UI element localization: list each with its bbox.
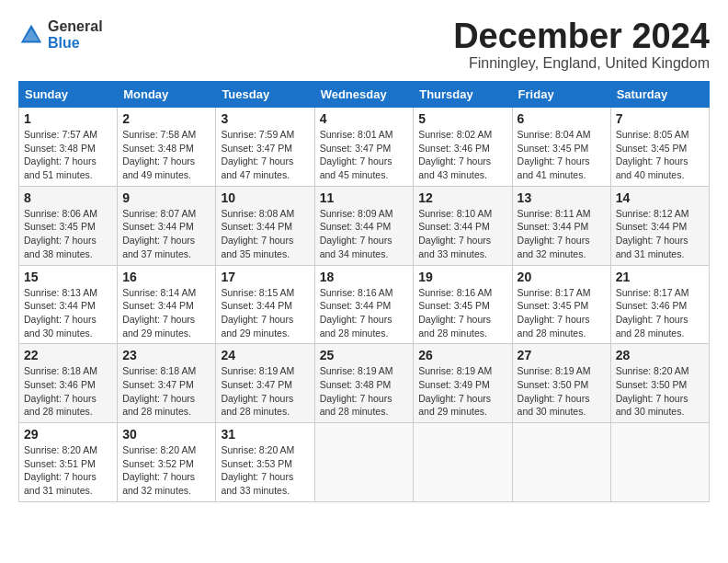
day-detail: Sunrise: 8:19 AMSunset: 3:47 PMDaylight:… xyxy=(221,364,309,419)
day-number: 13 xyxy=(518,190,606,205)
calendar-table: SundayMondayTuesdayWednesdayThursdayFrid… xyxy=(18,81,710,502)
calendar-cell: 12Sunrise: 8:10 AMSunset: 3:44 PMDayligh… xyxy=(414,186,512,265)
calendar-cell: 13Sunrise: 8:11 AMSunset: 3:44 PMDayligh… xyxy=(512,186,610,265)
calendar-cell: 22Sunrise: 8:18 AMSunset: 3:46 PMDayligh… xyxy=(19,344,118,423)
day-detail: Sunrise: 8:15 AMSunset: 3:44 PMDaylight:… xyxy=(221,286,309,340)
day-detail: Sunrise: 8:19 AMSunset: 3:50 PMDaylight:… xyxy=(518,364,606,419)
day-detail: Sunrise: 8:20 AMSunset: 3:53 PMDaylight:… xyxy=(221,443,309,498)
day-detail: Sunrise: 8:07 AMSunset: 3:44 PMDaylight:… xyxy=(122,207,210,261)
logo-general-text: General xyxy=(48,18,103,35)
day-number: 18 xyxy=(320,270,409,284)
day-number: 19 xyxy=(418,270,506,284)
day-number: 4 xyxy=(320,111,409,126)
day-number: 16 xyxy=(122,270,210,284)
day-detail: Sunrise: 8:20 AMSunset: 3:50 PMDaylight:… xyxy=(616,364,704,419)
calendar-cell: 5Sunrise: 8:02 AMSunset: 3:46 PMDaylight… xyxy=(414,108,512,187)
calendar-cell: 24Sunrise: 8:19 AMSunset: 3:47 PMDayligh… xyxy=(216,344,314,423)
day-detail: Sunrise: 8:19 AMSunset: 3:49 PMDaylight:… xyxy=(418,364,506,419)
calendar-cell: 6Sunrise: 8:04 AMSunset: 3:45 PMDaylight… xyxy=(512,108,610,187)
calendar-cell: 29Sunrise: 8:20 AMSunset: 3:51 PMDayligh… xyxy=(19,423,118,502)
day-detail: Sunrise: 8:04 AMSunset: 3:45 PMDaylight:… xyxy=(518,128,606,182)
day-number: 23 xyxy=(122,348,210,362)
day-number: 30 xyxy=(122,427,210,442)
calendar-cell xyxy=(610,423,709,502)
day-detail: Sunrise: 8:02 AMSunset: 3:46 PMDaylight:… xyxy=(418,128,506,182)
day-detail: Sunrise: 7:57 AMSunset: 3:48 PMDaylight:… xyxy=(24,128,112,182)
day-header-monday: Monday xyxy=(118,82,216,108)
week-row-1: 1Sunrise: 7:57 AMSunset: 3:48 PMDaylight… xyxy=(19,108,710,187)
calendar-cell: 17Sunrise: 8:15 AMSunset: 3:44 PMDayligh… xyxy=(216,265,314,344)
day-number: 3 xyxy=(221,111,309,126)
calendar-cell: 2Sunrise: 7:58 AMSunset: 3:48 PMDaylight… xyxy=(118,108,216,187)
day-detail: Sunrise: 8:09 AMSunset: 3:44 PMDaylight:… xyxy=(320,207,409,261)
week-row-2: 8Sunrise: 8:06 AMSunset: 3:45 PMDaylight… xyxy=(19,186,710,265)
day-detail: Sunrise: 8:08 AMSunset: 3:44 PMDaylight:… xyxy=(221,207,309,261)
day-detail: Sunrise: 8:19 AMSunset: 3:48 PMDaylight:… xyxy=(320,364,409,419)
header: General Blue December 2024 Finningley, E… xyxy=(18,18,710,72)
day-detail: Sunrise: 8:01 AMSunset: 3:47 PMDaylight:… xyxy=(320,128,409,182)
calendar-cell: 11Sunrise: 8:09 AMSunset: 3:44 PMDayligh… xyxy=(314,186,414,265)
day-number: 12 xyxy=(418,190,506,205)
calendar-cell: 26Sunrise: 8:19 AMSunset: 3:49 PMDayligh… xyxy=(414,344,512,423)
day-number: 9 xyxy=(122,190,210,205)
day-header-wednesday: Wednesday xyxy=(314,82,414,108)
day-number: 5 xyxy=(418,111,506,126)
day-number: 25 xyxy=(320,348,409,362)
calendar-cell: 4Sunrise: 8:01 AMSunset: 3:47 PMDaylight… xyxy=(314,108,414,187)
day-detail: Sunrise: 7:58 AMSunset: 3:48 PMDaylight:… xyxy=(122,128,210,182)
calendar-cell: 7Sunrise: 8:05 AMSunset: 3:45 PMDaylight… xyxy=(610,108,709,187)
day-number: 17 xyxy=(221,270,309,284)
day-detail: Sunrise: 8:17 AMSunset: 3:46 PMDaylight:… xyxy=(616,286,704,340)
day-number: 29 xyxy=(24,427,112,442)
day-number: 10 xyxy=(221,190,309,205)
calendar-cell: 27Sunrise: 8:19 AMSunset: 3:50 PMDayligh… xyxy=(512,344,610,423)
day-number: 20 xyxy=(518,270,606,284)
day-number: 8 xyxy=(24,190,112,205)
day-number: 28 xyxy=(616,348,704,362)
day-detail: Sunrise: 8:18 AMSunset: 3:46 PMDaylight:… xyxy=(24,364,112,419)
calendar-cell: 31Sunrise: 8:20 AMSunset: 3:53 PMDayligh… xyxy=(216,423,314,502)
day-detail: Sunrise: 8:16 AMSunset: 3:45 PMDaylight:… xyxy=(418,286,506,340)
day-detail: Sunrise: 8:14 AMSunset: 3:44 PMDaylight:… xyxy=(122,286,210,340)
week-row-4: 22Sunrise: 8:18 AMSunset: 3:46 PMDayligh… xyxy=(19,344,710,423)
day-detail: Sunrise: 8:20 AMSunset: 3:51 PMDaylight:… xyxy=(24,443,112,498)
calendar-cell xyxy=(512,423,610,502)
day-number: 6 xyxy=(518,111,606,126)
day-number: 14 xyxy=(616,190,704,205)
location-subtitle: Finningley, England, United Kingdom xyxy=(453,55,710,72)
day-number: 24 xyxy=(221,348,309,362)
days-header-row: SundayMondayTuesdayWednesdayThursdayFrid… xyxy=(19,82,710,108)
day-number: 11 xyxy=(320,190,409,205)
day-detail: Sunrise: 7:59 AMSunset: 3:47 PMDaylight:… xyxy=(221,128,309,182)
calendar-cell xyxy=(414,423,512,502)
day-detail: Sunrise: 8:11 AMSunset: 3:44 PMDaylight:… xyxy=(518,207,606,261)
day-number: 7 xyxy=(616,111,704,126)
day-number: 27 xyxy=(518,348,606,362)
day-number: 22 xyxy=(24,348,112,362)
day-detail: Sunrise: 8:10 AMSunset: 3:44 PMDaylight:… xyxy=(418,207,506,261)
day-detail: Sunrise: 8:13 AMSunset: 3:44 PMDaylight:… xyxy=(24,286,112,340)
calendar-cell: 20Sunrise: 8:17 AMSunset: 3:45 PMDayligh… xyxy=(512,265,610,344)
calendar-cell: 21Sunrise: 8:17 AMSunset: 3:46 PMDayligh… xyxy=(610,265,709,344)
day-number: 21 xyxy=(616,270,704,284)
day-header-saturday: Saturday xyxy=(610,82,709,108)
day-header-friday: Friday xyxy=(512,82,610,108)
day-detail: Sunrise: 8:06 AMSunset: 3:45 PMDaylight:… xyxy=(24,207,112,261)
day-header-thursday: Thursday xyxy=(414,82,512,108)
logo-blue-text: Blue xyxy=(48,35,103,52)
logo: General Blue xyxy=(18,18,103,51)
day-detail: Sunrise: 8:20 AMSunset: 3:52 PMDaylight:… xyxy=(122,443,210,498)
calendar-cell: 28Sunrise: 8:20 AMSunset: 3:50 PMDayligh… xyxy=(610,344,709,423)
calendar-cell: 18Sunrise: 8:16 AMSunset: 3:44 PMDayligh… xyxy=(314,265,414,344)
day-detail: Sunrise: 8:16 AMSunset: 3:44 PMDaylight:… xyxy=(320,286,409,340)
day-number: 31 xyxy=(221,427,309,442)
week-row-5: 29Sunrise: 8:20 AMSunset: 3:51 PMDayligh… xyxy=(19,423,710,502)
day-header-tuesday: Tuesday xyxy=(216,82,314,108)
day-number: 2 xyxy=(122,111,210,126)
calendar-cell: 8Sunrise: 8:06 AMSunset: 3:45 PMDaylight… xyxy=(19,186,118,265)
calendar-cell: 1Sunrise: 7:57 AMSunset: 3:48 PMDaylight… xyxy=(19,108,118,187)
month-title: December 2024 xyxy=(453,18,710,53)
logo-icon xyxy=(18,22,44,48)
calendar-cell: 14Sunrise: 8:12 AMSunset: 3:44 PMDayligh… xyxy=(610,186,709,265)
title-area: December 2024 Finningley, England, Unite… xyxy=(453,18,710,72)
